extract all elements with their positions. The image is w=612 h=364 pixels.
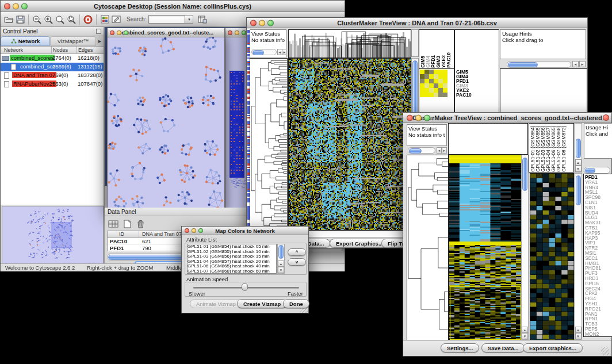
minimize-button[interactable]	[13, 3, 19, 9]
scroll-right-arrow[interactable]: ►	[579, 61, 586, 67]
col-nodes[interactable]: Nodes	[53, 47, 68, 53]
network-view-2-titlebar[interactable]	[225, 28, 247, 37]
treeview-button[interactable]: Export Graphics...	[330, 239, 389, 248]
close-button[interactable]	[228, 30, 232, 35]
zoom-button[interactable]	[198, 228, 203, 233]
attribute-browser-icon[interactable]	[197, 14, 208, 25]
table-col-id[interactable]: ID	[119, 231, 124, 237]
animate-vizmap-button[interactable]: Animate Vizmap	[190, 299, 242, 308]
minimize-button[interactable]	[192, 228, 196, 233]
treeview-button[interactable]: Settings...	[441, 343, 479, 352]
column-dendrogram-canvas[interactable]	[288, 29, 411, 58]
column-label[interactable]: GPL51-03 (GSM856)	[541, 124, 546, 172]
zoom-button[interactable]	[21, 3, 28, 9]
zoom-vscrollbar[interactable]: ▲ ▼	[574, 173, 582, 340]
zoom-button[interactable]	[267, 20, 274, 26]
tab-overflow-arrow[interactable]: ▶	[96, 36, 104, 46]
vizmap-icon[interactable]	[99, 14, 110, 25]
speed-slider-thumb[interactable]	[242, 283, 248, 291]
column-label[interactable]: GPL51-02 (GSM855)	[536, 124, 541, 172]
zoom-button[interactable]	[124, 30, 128, 35]
row-label[interactable]: PAC10	[456, 93, 472, 97]
network-tree-row[interactable]: combined_scores2764(0)16218(0)	[1, 54, 104, 63]
float-panel-icon[interactable]	[96, 29, 101, 34]
background-window-close-button[interactable]	[603, 114, 609, 121]
scroll-down-arrow[interactable]: ▼	[575, 333, 582, 339]
network-canvas-2[interactable]	[225, 37, 247, 208]
close-button[interactable]	[110, 30, 114, 35]
scroll-up-arrow[interactable]: ▲	[278, 260, 284, 267]
view-status-scrollbar[interactable]	[251, 49, 277, 55]
network-view-titlebar[interactable]: combined_scores_good.txt--cluste...	[108, 28, 224, 37]
delete-attribute-icon[interactable]	[135, 218, 146, 229]
heatmap-vscrollbar[interactable]: ▲ ▼	[521, 155, 529, 340]
search-input[interactable]	[148, 15, 185, 24]
zoom-fit-icon[interactable]	[54, 14, 66, 25]
annotation-icon[interactable]	[110, 14, 122, 25]
column-label[interactable]: GPL51-07 (GSM868)	[556, 124, 561, 172]
network-canvas[interactable]	[108, 37, 224, 210]
new-attribute-icon[interactable]	[121, 218, 133, 229]
column-label[interactable]: GPL51-08 (GSM872)	[561, 124, 567, 172]
col-network[interactable]: Network	[4, 47, 23, 53]
close-button[interactable]	[407, 114, 413, 121]
zoom-out-icon[interactable]	[31, 14, 43, 25]
scroll-left-arrow[interactable]: ◄	[437, 147, 442, 154]
col-edges[interactable]: Edges	[78, 47, 93, 53]
cytoscape-titlebar[interactable]: Cytoscape Desktop (Session Name: collins…	[1, 1, 345, 12]
scroll-up-arrow[interactable]: ▲	[522, 327, 528, 333]
scroll-right-arrow[interactable]: ►	[442, 147, 447, 154]
scroll-up-arrow[interactable]: ▲	[575, 159, 582, 166]
treeview-dna-titlebar[interactable]: ClusterMaker TreeView : DNA and Tran 07-…	[247, 18, 587, 28]
network-tree-row[interactable]: DNA and Tran 07769(0)183728(0)	[1, 71, 104, 80]
close-button[interactable]	[250, 20, 257, 26]
column-label[interactable]: PAC10	[446, 52, 452, 68]
close-button[interactable]	[185, 228, 189, 233]
column-label[interactable]: GPL51-01 (GSM854)	[530, 124, 536, 172]
scroll-right-arrow[interactable]: ►	[282, 49, 286, 55]
zoom-heatmap-canvas[interactable]	[530, 173, 575, 341]
network-tree-row[interactable]: combined_sco2569(6)13112(15)	[1, 63, 104, 71]
treeview-combined-titlebar[interactable]: ClusterMaker TreeView : combined_scores_…	[403, 113, 611, 123]
scroll-left-arrow[interactable]: ◄	[572, 61, 579, 67]
close-button[interactable]	[4, 3, 10, 9]
minimize-button[interactable]	[415, 114, 422, 121]
view-status-scrollbar[interactable]	[408, 147, 435, 154]
attribute-list-item[interactable]: GPL51-07 (GSM868) heat shock 60 min	[188, 269, 276, 274]
done-button[interactable]: Done	[283, 299, 309, 308]
tab-vizmapper[interactable]: VizMapper™	[50, 36, 96, 46]
column-label[interactable]: GPL51-06 (GSM865)	[551, 124, 556, 172]
move-down-button[interactable]: v	[288, 258, 306, 266]
resize-grip[interactable]	[601, 347, 609, 355]
help-lifering-icon[interactable]	[82, 14, 94, 25]
tab-network[interactable]: Network	[1, 36, 50, 46]
scroll-down-arrow[interactable]: ▼	[575, 166, 582, 172]
column-labels-scrollbar[interactable]: ▲ ▼	[574, 123, 582, 173]
gene-list-scrollbar[interactable]	[584, 167, 610, 174]
global-heatmap-canvas[interactable]	[288, 58, 411, 231]
scroll-down-arrow[interactable]: ▼	[522, 333, 528, 339]
search-dropdown-button[interactable]: ▼	[185, 15, 193, 24]
row-dendrogram-canvas[interactable]	[250, 58, 288, 231]
zoom-heatmap-canvas[interactable]	[420, 70, 447, 97]
global-heatmap-canvas[interactable]	[449, 155, 522, 341]
zoom-selected-icon[interactable]	[66, 14, 77, 25]
zoom-button[interactable]	[242, 30, 246, 35]
zoom-button[interactable]	[424, 114, 430, 121]
usage-hints-scrollbar[interactable]	[507, 61, 571, 68]
network-tree-row[interactable]: RNAPuberNov2+563(0)107847(0)	[1, 80, 104, 89]
treeview-button[interactable]: Export Graphics...	[523, 343, 583, 352]
row-dendrogram-canvas[interactable]	[407, 155, 449, 341]
minimize-button[interactable]	[259, 20, 265, 26]
attribute-list-scrollbar[interactable]: ▲ ▼	[277, 244, 285, 274]
minimize-button[interactable]	[235, 30, 239, 35]
scroll-down-arrow[interactable]: ▼	[278, 267, 284, 273]
network-overview-canvas[interactable]	[2, 206, 104, 266]
dialog-titlebar[interactable]: Map Colors to Network	[182, 227, 308, 235]
save-icon[interactable]	[14, 14, 26, 25]
gene-label[interactable]: MON2	[585, 332, 612, 337]
zoom-in-icon[interactable]	[43, 14, 54, 25]
open-file-icon[interactable]	[3, 14, 14, 25]
create-vizmap-button[interactable]: Create Vizmap	[237, 299, 287, 308]
scroll-up-arrow[interactable]: ▲	[575, 327, 582, 333]
